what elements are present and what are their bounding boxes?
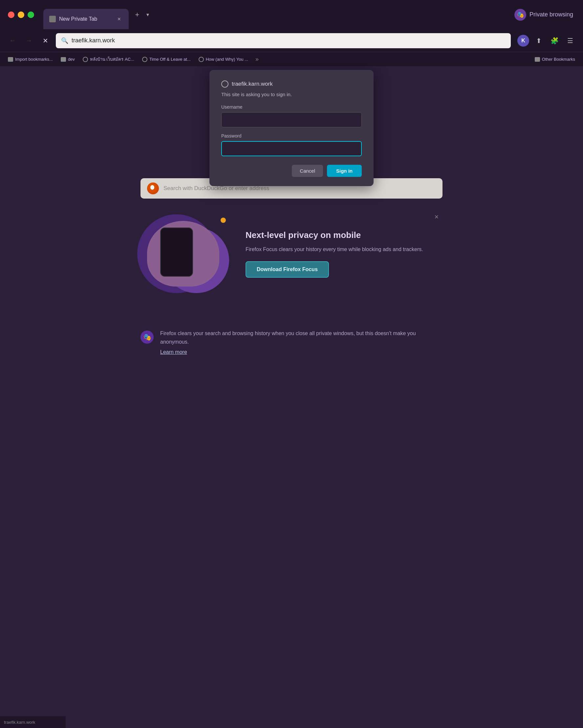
globe-icon [142, 57, 147, 62]
folder-icon [61, 57, 66, 62]
bookmark-label: Import bookmarks... [15, 57, 53, 62]
status-url: traefik.karn.work [4, 720, 35, 725]
password-input[interactable] [221, 141, 362, 156]
share-icon: ⬆ [536, 37, 542, 45]
bookmark-how[interactable]: How (and Why) You ... [195, 55, 251, 63]
auth-actions: Cancel Sign in [221, 165, 362, 177]
username-label: Username [221, 104, 362, 110]
download-firefox-focus-button[interactable]: Download Firefox Focus [246, 261, 329, 278]
folder-icon [535, 57, 540, 62]
promo-image [141, 217, 232, 290]
more-bookmarks-button[interactable]: » [253, 56, 261, 63]
titlebar: New Private Tab ✕ + ▾ 🎭 Private browsing [0, 0, 583, 29]
promo-title: Next-level privacy on mobile [246, 230, 442, 240]
globe-icon [83, 57, 88, 62]
extensions-button[interactable]: 🧩 [548, 34, 561, 47]
bookmark-hlanban[interactable]: หลังบ้าน เว็บสมัคร AC... [79, 54, 137, 64]
site-globe-icon [221, 80, 228, 88]
auth-site-url: traefik.karn.work [232, 81, 273, 87]
other-bookmarks-label: Other Bookmarks [542, 57, 575, 62]
signin-button[interactable]: Sign in [327, 165, 362, 177]
tab-close-button[interactable]: ✕ [116, 16, 123, 23]
private-browsing-badge: 🎭 Private browsing [514, 9, 583, 21]
hamburger-icon: ☰ [567, 37, 573, 45]
folder-icon [8, 57, 13, 62]
privacy-text: Firefox clears your search and browsing … [160, 329, 442, 355]
address-bar[interactable]: 🔍 [56, 33, 511, 48]
bookmark-timeoff[interactable]: Time Off & Leave at... [139, 55, 194, 63]
back-button[interactable]: ← [6, 35, 18, 47]
promo-text: Next-level privacy on mobile Firefox Foc… [246, 230, 442, 278]
promo-card: × Next-level privacy on mobile Firefox F… [141, 211, 442, 296]
bookmark-label: dev [68, 57, 75, 62]
bookmarks-bar: Import bookmarks... dev หลังบ้าน เว็บสมั… [0, 52, 583, 67]
tab-title: New Private Tab [59, 16, 112, 22]
search-placeholder: Search with DuckDuckGo or enter address [163, 185, 269, 192]
bookmark-import[interactable]: Import bookmarks... [5, 55, 56, 63]
forward-icon: → [26, 37, 32, 44]
traffic-lights [0, 11, 34, 18]
private-browsing-icon: 🎭 [514, 9, 526, 21]
tab-favicon [49, 16, 56, 22]
search-icon: 🔍 [61, 37, 68, 44]
close-window-button[interactable] [8, 11, 15, 18]
auth-dialog: traefik.karn.work This site is asking yo… [209, 70, 374, 186]
privacy-notice: 🎭 Firefox clears your search and browsin… [141, 329, 442, 355]
other-bookmarks[interactable]: Other Bookmarks [531, 55, 578, 63]
fullscreen-window-button[interactable] [28, 11, 34, 18]
username-input[interactable] [221, 112, 362, 127]
cancel-button[interactable]: Cancel [292, 165, 323, 177]
back-icon: ← [9, 37, 16, 44]
bookmark-label: หลังบ้าน เว็บสมัคร AC... [90, 56, 134, 63]
learn-more-button[interactable]: Learn more [160, 349, 187, 355]
toolbar-icons: K ⬆ 🧩 ☰ [517, 34, 577, 47]
share-button[interactable]: ⬆ [532, 34, 545, 47]
globe-icon [199, 57, 204, 62]
minimize-window-button[interactable] [18, 11, 24, 18]
promo-body: Firefox Focus clears your history every … [246, 245, 442, 253]
navbar: ← → ✕ 🔍 K ⬆ 🧩 ☰ [0, 29, 583, 52]
close-promo-button[interactable]: × [431, 211, 442, 223]
forward-button[interactable]: → [23, 35, 35, 47]
bookmark-dev[interactable]: dev [57, 55, 78, 63]
new-tab-button[interactable]: + [131, 8, 144, 21]
main-content: traefik.karn.work This site is asking yo… [0, 67, 583, 728]
private-mask-icon: 🎭 [141, 331, 154, 344]
tab-area: New Private Tab ✕ + [43, 0, 144, 29]
close-icon: ✕ [43, 37, 48, 45]
statusbar: traefik.karn.work [0, 716, 66, 728]
profile-avatar[interactable]: K [517, 35, 529, 47]
password-label: Password [221, 133, 362, 138]
auth-dialog-header: traefik.karn.work [221, 80, 362, 88]
bookmark-label: How (and Why) You ... [206, 57, 248, 62]
menu-button[interactable]: ☰ [564, 34, 577, 47]
reload-stop-button[interactable]: ✕ [40, 35, 51, 47]
auth-subtitle: This site is asking you to sign in. [221, 92, 362, 97]
active-tab[interactable]: New Private Tab ✕ [43, 9, 129, 29]
duckduckgo-icon [147, 182, 159, 194]
privacy-body: Firefox clears your search and browsing … [160, 329, 442, 346]
dot-orange [221, 217, 226, 223]
avatar-label: K [521, 38, 525, 44]
tab-list-chevron[interactable]: ▾ [144, 10, 152, 19]
puzzle-icon: 🧩 [551, 37, 559, 45]
bookmark-label: Time Off & Leave at... [149, 57, 191, 62]
phone-device [160, 228, 193, 277]
address-input[interactable] [72, 37, 506, 44]
private-browsing-label: Private browsing [530, 11, 573, 18]
